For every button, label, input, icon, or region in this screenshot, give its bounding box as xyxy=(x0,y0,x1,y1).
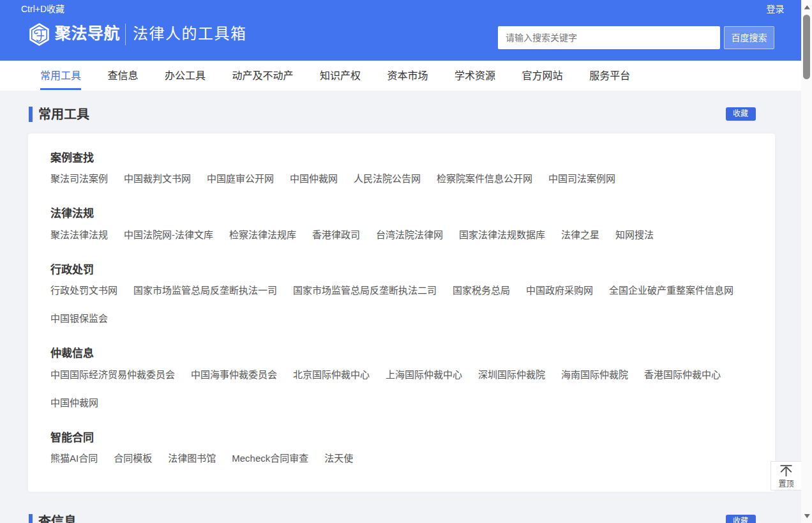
site-link[interactable]: 中国政府采购网 xyxy=(526,283,593,298)
search-button[interactable]: 百度搜索 xyxy=(724,26,774,49)
section-title: 常用工具 xyxy=(38,106,89,123)
site-link[interactable]: Mecheck合同审查 xyxy=(232,451,308,466)
site-link[interactable]: 聚法法律法规 xyxy=(50,227,108,243)
site-link[interactable]: 海南国际仲裁院 xyxy=(561,367,628,383)
nav-tab-1[interactable]: 常用工具 xyxy=(40,61,81,91)
nav-tab-6[interactable]: 资本市场 xyxy=(387,61,428,91)
site-link[interactable]: 中国法院网-法律文库 xyxy=(124,227,213,243)
nav-tab-5[interactable]: 知识产权 xyxy=(320,61,361,91)
section-header: 查信息收藏 xyxy=(28,514,775,523)
group-links: 行政处罚文书网国家市场监管总局反垄断执法一司国家市场监管总局反垄断执法二司国家税… xyxy=(50,283,753,326)
site-link[interactable]: 中国庭审公开网 xyxy=(207,171,274,186)
site-link[interactable]: 国家税务总局 xyxy=(453,283,510,298)
site-link[interactable]: 法律图书馆 xyxy=(168,451,216,466)
group-title: 仲裁信息 xyxy=(50,346,753,361)
site-link[interactable]: 中国银保监会 xyxy=(50,311,108,326)
site-link[interactable]: 检察法律法规库 xyxy=(229,227,296,243)
group-links: 中国国际经济贸易仲裁委员会中国海事仲裁委员会北京国际仲裁中心上海国际仲裁中心深圳… xyxy=(50,367,753,411)
brand-divider xyxy=(125,24,126,45)
site-link[interactable]: 中国海事仲裁委员会 xyxy=(191,367,277,383)
main: 常用工具收藏案例查找聚法司法案例中国裁判文书网中国庭审公开网中国仲裁网人民法院公… xyxy=(0,107,801,523)
links-card: 案例查找聚法司法案例中国裁判文书网中国庭审公开网中国仲裁网人民法院公告网检察院案… xyxy=(28,133,775,492)
nav-tab-2[interactable]: 查信息 xyxy=(108,61,139,91)
link-group: 仲裁信息中国国际经济贸易仲裁委员会中国海事仲裁委员会北京国际仲裁中心上海国际仲裁… xyxy=(50,346,753,411)
link-group: 行政处罚行政处罚文书网国家市场监管总局反垄断执法一司国家市场监管总局反垄断执法二… xyxy=(50,262,753,327)
back-to-top-label: 置顶 xyxy=(771,480,801,489)
nav-tab-8[interactable]: 官方网站 xyxy=(522,61,563,91)
scrollbar[interactable] xyxy=(801,0,812,523)
nav-bar: 常用工具查信息办公工具动产及不动产知识产权资本市场学术资源官方网站服务平台 xyxy=(0,61,801,91)
scrollbar-down-arrow[interactable] xyxy=(801,511,812,522)
site-link[interactable]: 法律之星 xyxy=(561,227,599,243)
site-link[interactable]: 中国司法案例网 xyxy=(548,171,615,186)
nav-tab-9[interactable]: 服务平台 xyxy=(589,61,630,91)
site-link[interactable]: 检察院案件信息公开网 xyxy=(437,171,532,186)
link-group: 智能合同熊猫AI合同合同模板法律图书馆Mecheck合同审查法天使 xyxy=(50,430,753,467)
group-title: 行政处罚 xyxy=(50,262,753,278)
site-link[interactable]: 香港国际仲裁中心 xyxy=(644,367,721,383)
nav-tab-3[interactable]: 办公工具 xyxy=(165,61,206,91)
section-accent-bar xyxy=(29,107,33,122)
site-link[interactable]: 中国国际经济贸易仲裁委员会 xyxy=(50,367,175,383)
site-link[interactable]: 人民法院公告网 xyxy=(354,171,421,186)
site-link[interactable]: 行政处罚文书网 xyxy=(50,283,117,298)
link-group: 法律法规聚法法律法规中国法院网-法律文库检察法律法规库香港律政司台湾法院法律网国… xyxy=(50,206,753,243)
header: Ctrl+D收藏 登录 聚法导航 法律人的工具箱 百度搜索 xyxy=(0,0,801,61)
nav-tab-7[interactable]: 学术资源 xyxy=(455,61,495,91)
group-links: 熊猫AI合同合同模板法律图书馆Mecheck合同审查法天使 xyxy=(50,451,753,466)
scrollbar-up-arrow[interactable] xyxy=(801,0,812,11)
site-link[interactable]: 中国仲裁网 xyxy=(50,395,98,411)
to-top-icon xyxy=(779,465,793,477)
site-link[interactable]: 中国裁判文书网 xyxy=(124,171,191,186)
nav-tab-4[interactable]: 动产及不动产 xyxy=(232,61,294,91)
site-link[interactable]: 深圳国际仲裁院 xyxy=(478,367,545,383)
site-link[interactable]: 香港律政司 xyxy=(312,227,360,243)
brand-logo-icon[interactable] xyxy=(29,23,50,46)
group-title: 法律法规 xyxy=(50,206,753,222)
brand-name[interactable]: 聚法导航 xyxy=(55,24,120,42)
site-link[interactable]: 合同模板 xyxy=(114,451,152,466)
site-link[interactable]: 国家法律法规数据库 xyxy=(459,227,545,243)
login-link[interactable]: 登录 xyxy=(767,3,785,15)
site-link[interactable]: 上海国际仲裁中心 xyxy=(386,367,462,383)
site-link[interactable]: 国家市场监管总局反垄断执法二司 xyxy=(293,283,437,298)
brand-slogan: 法律人的工具箱 xyxy=(133,21,247,47)
site-link[interactable]: 熊猫AI合同 xyxy=(50,451,98,466)
group-links: 聚法法律法规中国法院网-法律文库检察法律法规库香港律政司台湾法院法律网国家法律法… xyxy=(50,227,753,243)
favorite-button[interactable]: 收藏 xyxy=(726,515,756,523)
section-accent-bar xyxy=(29,514,33,523)
scrollbar-thumb[interactable] xyxy=(803,15,810,79)
site-link[interactable]: 北京国际仲裁中心 xyxy=(293,367,370,383)
search-input[interactable] xyxy=(498,26,720,49)
group-links: 聚法司法案例中国裁判文书网中国庭审公开网中国仲裁网人民法院公告网检察院案件信息公… xyxy=(50,171,753,186)
site-link[interactable]: 中国仲裁网 xyxy=(290,171,338,186)
section-header: 常用工具收藏 xyxy=(28,107,775,122)
site-link[interactable]: 法天使 xyxy=(324,451,353,466)
site-link[interactable]: 国家市场监管总局反垄断执法一司 xyxy=(133,283,277,298)
site-link[interactable]: 全国企业破产重整案件信息网 xyxy=(609,283,733,298)
site-link[interactable]: 台湾法院法律网 xyxy=(376,227,443,243)
favorite-hint: Ctrl+D收藏 xyxy=(21,3,64,15)
link-group: 案例查找聚法司法案例中国裁判文书网中国庭审公开网中国仲裁网人民法院公告网检察院案… xyxy=(50,151,753,187)
group-title: 案例查找 xyxy=(50,151,753,166)
site-link[interactable]: 知网搜法 xyxy=(615,227,654,243)
group-title: 智能合同 xyxy=(50,430,753,446)
page: Ctrl+D收藏 登录 聚法导航 法律人的工具箱 百度搜索 常用工具查信息办公工… xyxy=(0,0,801,523)
site-link[interactable]: 聚法司法案例 xyxy=(50,171,108,186)
section-title: 查信息 xyxy=(38,513,77,523)
favorite-button[interactable]: 收藏 xyxy=(726,107,756,121)
back-to-top-button[interactable]: 置顶 xyxy=(771,461,802,490)
